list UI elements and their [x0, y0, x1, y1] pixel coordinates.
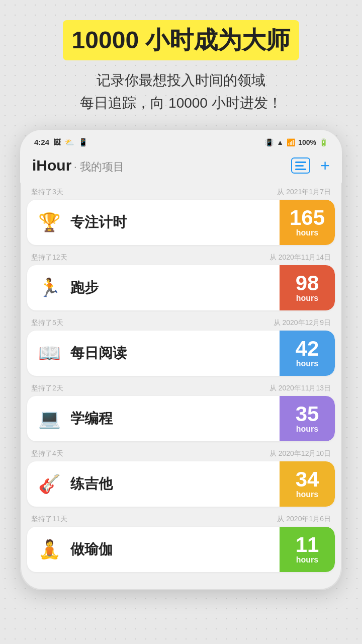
project-section-4: 坚持了4天 从 2020年12月10日 🎸 练吉他 34 hours — [27, 444, 335, 507]
project-name-5: 做瑜伽 — [70, 540, 113, 559]
weather-icon: ⛅ — [65, 138, 74, 147]
project-card-left-5: 🧘 做瑜伽 — [37, 539, 280, 560]
project-hours-number-4: 34 — [296, 469, 319, 490]
project-streak-2: 坚持了5天 — [31, 318, 63, 328]
list-view-button[interactable] — [291, 157, 310, 174]
project-hours-label-3: hours — [296, 425, 318, 434]
project-card-left-2: 📖 每日阅读 — [37, 343, 280, 364]
project-since-4: 从 2020年12月10日 — [269, 449, 331, 458]
status-bar: 4:24 🖼 ⛅ 📱 📳 ▲ 📶 100% 🔋 — [20, 130, 342, 151]
phone-icon: 📱 — [78, 138, 88, 147]
subtitle: 记录你最想投入时间的领域 每日追踪，向 10000 小时进发！ — [63, 69, 300, 115]
project-card-3[interactable]: 💻 学编程 35 hours — [27, 396, 335, 441]
project-hours-badge-5: 11 hours — [280, 527, 335, 572]
project-meta-1: 坚持了12天 从 2020年11月14日 — [27, 248, 335, 265]
project-card-2[interactable]: 📖 每日阅读 42 hours — [27, 331, 335, 376]
project-name-4: 练吉他 — [70, 474, 113, 494]
project-since-1: 从 2020年11月14日 — [269, 253, 331, 262]
project-hours-label-0: hours — [296, 228, 318, 237]
project-streak-3: 坚持了2天 — [31, 384, 63, 393]
project-card-left-4: 🎸 练吉他 — [37, 473, 280, 495]
battery-text: 100% — [298, 138, 316, 146]
app-headline: 10000 小时成为大师 记录你最想投入时间的领域 每日追踪，向 10000 小… — [63, 20, 300, 130]
project-hours-badge-2: 42 hours — [280, 331, 335, 376]
photo-icon: 🖼 — [53, 138, 61, 146]
project-card-left-1: 🏃 跑步 — [37, 277, 280, 298]
app-header-actions: + — [291, 157, 330, 174]
project-streak-0: 坚持了3天 — [31, 188, 63, 197]
project-since-5: 从 2020年1月6日 — [277, 515, 331, 524]
wifi-icon: ▲ — [277, 138, 284, 146]
project-hours-number-5: 11 — [296, 534, 319, 555]
project-section-5: 坚持了11天 从 2020年1月6日 🧘 做瑜伽 11 hours — [27, 510, 335, 572]
main-title: 10000 小时成为大师 — [63, 20, 300, 60]
project-streak-4: 坚持了4天 — [31, 449, 63, 458]
project-card-1[interactable]: 🏃 跑步 98 hours — [27, 265, 335, 310]
project-hours-badge-4: 34 hours — [280, 461, 335, 507]
project-name-0: 专注计时 — [70, 213, 127, 232]
project-card-left-0: 🏆 专注计时 — [37, 212, 280, 233]
app-title-area: iHour · 我的项目 — [32, 157, 124, 175]
project-streak-5: 坚持了11天 — [31, 515, 67, 524]
project-hours-label-5: hours — [296, 555, 318, 565]
project-card-5[interactable]: 🧘 做瑜伽 11 hours — [27, 527, 335, 572]
projects-list: 坚持了3天 从 2021年1月7日 🏆 专注计时 165 hours 坚持了12… — [20, 183, 342, 575]
app-name: iHour — [32, 157, 71, 174]
project-name-2: 每日阅读 — [70, 344, 127, 363]
project-meta-5: 坚持了11天 从 2020年1月6日 — [27, 510, 335, 527]
project-meta-4: 坚持了4天 从 2020年12月10日 — [27, 444, 335, 461]
project-section-0: 坚持了3天 从 2021年1月7日 🏆 专注计时 165 hours — [27, 183, 335, 245]
app-section: · 我的项目 — [74, 160, 124, 173]
project-hours-badge-1: 98 hours — [280, 265, 335, 310]
project-meta-2: 坚持了5天 从 2020年12月9日 — [27, 313, 335, 331]
signal-icon: 📶 — [287, 138, 295, 146]
project-icon-1: 🏃 — [37, 277, 61, 298]
subtitle-line2: 每日追踪，向 10000 小时进发！ — [80, 95, 282, 111]
project-section-1: 坚持了12天 从 2020年11月14日 🏃 跑步 98 hours — [27, 248, 335, 310]
project-streak-1: 坚持了12天 — [31, 253, 67, 262]
status-right: 📳 ▲ 📶 100% 🔋 — [265, 138, 328, 146]
project-hours-label-4: hours — [296, 490, 318, 499]
project-icon-4: 🎸 — [37, 473, 61, 495]
project-hours-number-3: 35 — [296, 404, 319, 425]
project-since-2: 从 2020年12月9日 — [274, 318, 331, 328]
status-time: 4:24 — [34, 138, 49, 146]
project-meta-3: 坚持了2天 从 2020年11月13日 — [27, 379, 335, 396]
project-since-3: 从 2020年11月13日 — [269, 384, 331, 393]
project-hours-number-0: 165 — [290, 207, 325, 228]
project-hours-number-2: 42 — [296, 338, 319, 359]
project-section-2: 坚持了5天 从 2020年12月9日 📖 每日阅读 42 hours — [27, 313, 335, 376]
project-card-4[interactable]: 🎸 练吉他 34 hours — [27, 461, 335, 507]
project-hours-badge-3: 35 hours — [280, 396, 335, 441]
project-icon-3: 💻 — [37, 408, 61, 429]
vibrate-icon: 📳 — [265, 138, 274, 146]
project-card-0[interactable]: 🏆 专注计时 165 hours — [27, 200, 335, 245]
project-name-3: 学编程 — [70, 409, 113, 428]
project-hours-number-1: 98 — [296, 273, 319, 294]
project-hours-badge-0: 165 hours — [280, 200, 335, 245]
project-section-3: 坚持了2天 从 2020年11月13日 💻 学编程 35 hours — [27, 379, 335, 441]
project-hours-label-2: hours — [296, 359, 318, 368]
project-card-left-3: 💻 学编程 — [37, 408, 280, 429]
status-left: 4:24 🖼 ⛅ 📱 — [34, 138, 88, 147]
project-hours-label-1: hours — [296, 294, 318, 303]
subtitle-line1: 记录你最想投入时间的领域 — [97, 72, 265, 88]
project-meta-0: 坚持了3天 从 2021年1月7日 — [27, 183, 335, 200]
project-icon-2: 📖 — [37, 343, 61, 364]
project-icon-0: 🏆 — [37, 212, 61, 233]
battery-icon: 🔋 — [319, 138, 328, 146]
phone-frame: 4:24 🖼 ⛅ 📱 📳 ▲ 📶 100% 🔋 iHour · 我的项目 + — [20, 130, 342, 590]
project-since-0: 从 2021年1月7日 — [277, 188, 331, 197]
app-header: iHour · 我的项目 + — [20, 151, 342, 183]
project-icon-5: 🧘 — [37, 539, 61, 560]
add-project-button[interactable]: + — [320, 157, 330, 174]
project-name-1: 跑步 — [70, 278, 99, 297]
